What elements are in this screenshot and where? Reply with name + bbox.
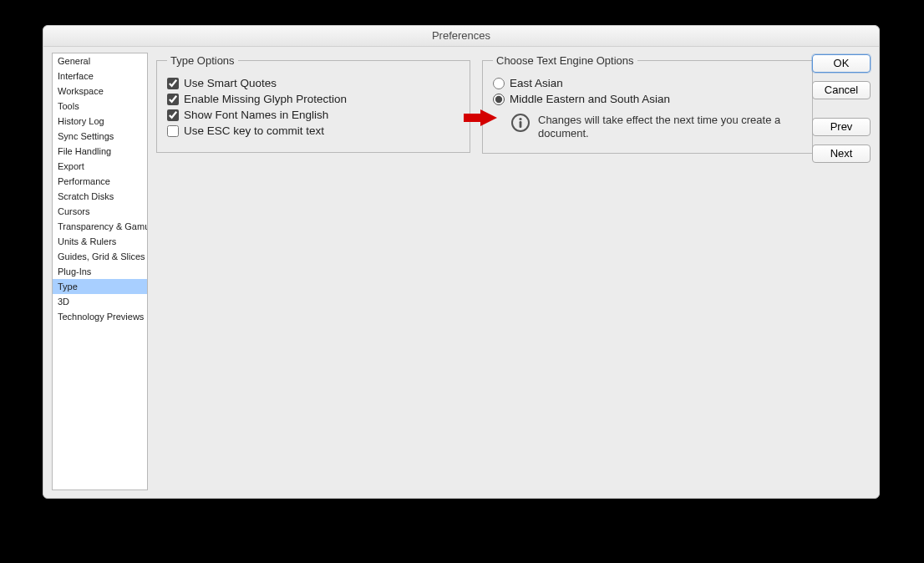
sidebar-item-label: General (58, 56, 90, 66)
sidebar-item-sync-settings[interactable]: Sync Settings (53, 129, 147, 144)
sidebar-item-scratch-disks[interactable]: Scratch Disks (53, 189, 147, 204)
sidebar-item-plugins[interactable]: Plug-Ins (53, 264, 147, 279)
info-icon (511, 114, 530, 134)
sidebar-item-units-rulers[interactable]: Units & Rulers (53, 234, 147, 249)
sidebar-item-general[interactable]: General (53, 53, 147, 68)
content-area: Type Options Use Smart Quotes Enable Mis… (156, 54, 800, 489)
checkbox-esc-commit[interactable] (167, 125, 179, 137)
ok-button[interactable]: OK (812, 54, 871, 73)
option-label: Show Font Names in English (184, 109, 328, 121)
sidebar-item-transparency-gamut[interactable]: Transparency & Gamut (53, 219, 147, 234)
svg-rect-2 (520, 121, 522, 128)
sidebar-item-label: Export (58, 161, 84, 171)
next-button[interactable]: Next (812, 145, 871, 163)
sidebar-item-interface[interactable]: Interface (53, 68, 147, 84)
sidebar-item-3d[interactable]: 3D (53, 294, 147, 309)
prev-button[interactable]: Prev (812, 118, 871, 136)
option-font-names-english[interactable]: Show Font Names in English (167, 109, 459, 121)
option-label: Enable Missing Glyph Protection (184, 93, 347, 105)
info-text: Changes will take effect the next time y… (538, 114, 802, 141)
option-smart-quotes[interactable]: Use Smart Quotes (167, 77, 459, 89)
sidebar-item-technology-previews[interactable]: Technology Previews (53, 309, 147, 324)
sidebar-item-label: Transparency & Gamut (58, 221, 148, 231)
sidebar-item-label: Guides, Grid & Slices (58, 251, 145, 261)
sidebar-item-label: Interface (58, 71, 94, 81)
radio-label: East Asian (510, 77, 563, 89)
option-missing-glyph[interactable]: Enable Missing Glyph Protection (167, 93, 459, 105)
sidebar-item-label: Technology Previews (58, 312, 144, 322)
radio-row-middle-eastern[interactable]: Middle Eastern and South Asian (493, 93, 802, 105)
sidebar-item-label: Scratch Disks (58, 191, 114, 201)
button-column: OK Cancel Prev Next (812, 54, 871, 171)
sidebar-item-label: 3D (58, 297, 69, 307)
sidebar-item-label: Tools (58, 101, 79, 111)
sidebar-item-label: Type (58, 282, 78, 292)
option-label: Use ESC key to commit text (184, 124, 324, 137)
sidebar-item-workspace[interactable]: Workspace (53, 84, 147, 99)
text-engine-panel: Choose Text Engine Options East Asian Mi… (482, 54, 813, 154)
type-options-panel: Type Options Use Smart Quotes Enable Mis… (156, 54, 470, 153)
sidebar-item-file-handling[interactable]: File Handling (53, 144, 147, 159)
sidebar-item-label: Units & Rulers (58, 236, 116, 246)
checkbox-missing-glyph[interactable] (167, 94, 179, 105)
window-title: Preferences (432, 29, 490, 42)
titlebar: Preferences (43, 26, 879, 47)
checkbox-font-names-english[interactable] (167, 109, 179, 121)
sidebar-item-export[interactable]: Export (53, 159, 147, 174)
category-sidebar: General Interface Workspace Tools Histor… (52, 53, 148, 490)
radio-row-east-asian[interactable]: East Asian (493, 77, 802, 89)
sidebar-item-label: Plug-Ins (58, 266, 91, 276)
preferences-window: Preferences General Interface Workspace … (43, 25, 880, 499)
sidebar-item-label: File Handling (58, 146, 111, 156)
checkbox-smart-quotes[interactable] (167, 78, 179, 89)
sidebar-item-performance[interactable]: Performance (53, 174, 147, 189)
radio-label: Middle Eastern and South Asian (510, 93, 670, 105)
svg-point-1 (519, 118, 521, 120)
sidebar-item-tools[interactable]: Tools (53, 99, 147, 114)
option-esc-commit[interactable]: Use ESC key to commit text (167, 124, 459, 137)
radio-east-asian[interactable] (493, 78, 505, 89)
sidebar-item-label: Performance (58, 176, 110, 186)
sidebar-item-label: Cursors (58, 206, 90, 216)
sidebar-item-label: Sync Settings (58, 131, 114, 141)
sidebar-item-guides-grid-slices[interactable]: Guides, Grid & Slices (53, 249, 147, 264)
radio-middle-eastern[interactable] (493, 94, 505, 105)
info-row: Changes will take effect the next time y… (493, 114, 802, 141)
sidebar-item-type[interactable]: Type (53, 279, 147, 294)
sidebar-item-label: Workspace (58, 86, 104, 96)
type-options-legend: Type Options (167, 54, 238, 67)
cancel-button[interactable]: Cancel (812, 81, 871, 99)
option-label: Use Smart Quotes (184, 77, 277, 89)
sidebar-item-history-log[interactable]: History Log (53, 114, 147, 129)
sidebar-item-label: History Log (58, 116, 104, 126)
sidebar-item-cursors[interactable]: Cursors (53, 204, 147, 219)
text-engine-legend: Choose Text Engine Options (493, 54, 637, 67)
